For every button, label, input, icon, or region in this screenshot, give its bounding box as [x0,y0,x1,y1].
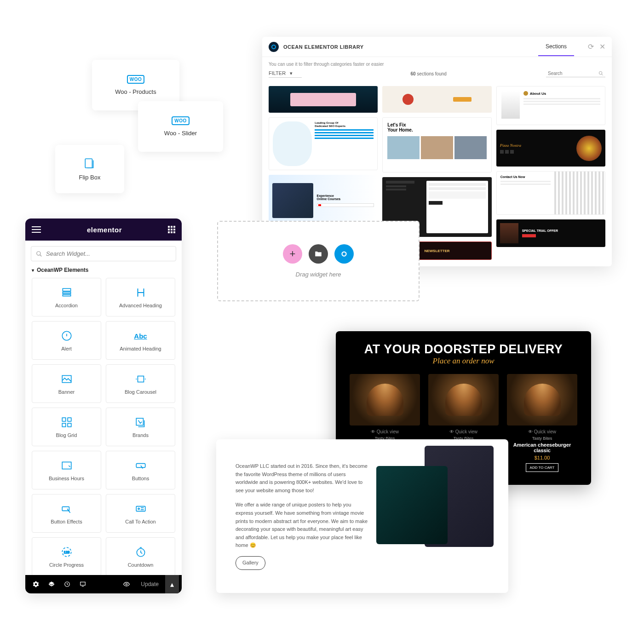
woo-icon: WOO [127,75,145,84]
grid-icon[interactable] [168,226,175,233]
buttons-icon [134,459,147,472]
template-thumb[interactable]: Leading Group OfDedicated SEO Experts [269,117,378,170]
library-toolbar: FILTER ▾ 60 sections found [262,69,612,82]
about-paragraph: OceanWP LLC started out in 2016. Since t… [236,462,368,494]
drop-zone[interactable]: + Drag widget here [217,221,420,301]
widget-buttons[interactable]: Buttons [106,451,175,489]
widget-card-woo-slider[interactable]: WOO Woo - Slider [138,101,223,152]
library-search-input[interactable] [548,71,598,76]
tab-sections[interactable]: Sections [538,38,574,56]
search-icon [598,71,604,76]
cta-icon [134,502,147,515]
library-search [546,70,605,77]
widget-label: Woo - Slider [164,130,197,137]
responsive-icon[interactable] [75,575,91,593]
template-thumb[interactable]: Contact Us Now [496,171,605,215]
panel-footer: Update ▴ [25,575,182,593]
widget-cta[interactable]: Call To Action [106,494,175,533]
widget-button-effects[interactable]: Button Effects [32,494,101,533]
widget-blog-carousel[interactable]: Blog Carousel [106,364,175,403]
widget-alert[interactable]: Alert [32,321,101,360]
history-icon[interactable] [59,575,75,593]
product-item[interactable]: 👁 Quick view Tasty Bites American cheese… [507,374,577,472]
add-to-cart-button[interactable]: ADD TO CART [526,463,559,472]
quick-view[interactable]: 👁 Quick view [350,429,420,434]
ocean-library-button[interactable] [334,244,354,264]
widget-circle-progress[interactable]: 123Circle Progress [32,537,101,575]
widget-animated-heading[interactable]: AbcAnimated Heading [106,321,175,360]
elementor-panel: elementor OceanWP Elements Accordion Adv… [25,218,182,593]
settings-icon[interactable] [28,575,44,593]
template-thumb[interactable]: Let's FixYour Home. [382,117,491,172]
svg-point-24 [342,252,346,256]
about-paragraph: We offer a wide range of unique posters … [236,501,368,550]
woo-icon: WOO [172,116,190,125]
svg-rect-0 [85,159,92,168]
preview-about: OceanWP LLC started out in 2016. Since t… [216,439,508,593]
template-thumb[interactable]: SPECIAL TRIAL OFFER [496,219,605,247]
svg-rect-4 [63,294,70,296]
heading-icon [134,286,147,299]
info-icon [60,329,73,342]
preview-icon[interactable] [119,575,134,593]
template-thumb[interactable]: ExperienceOnline Courses [269,175,378,226]
quick-view[interactable]: 👁 Quick view [507,429,577,434]
chevron-up-icon[interactable]: ▴ [165,575,179,593]
menu-icon[interactable] [32,226,41,233]
product-image [428,374,499,426]
quick-view[interactable]: 👁 Quick view [428,429,499,434]
widgets-grid: Accordion Advanced Heading Alert AbcAnim… [25,278,182,575]
grid-icon [60,416,73,429]
product-image [507,374,577,426]
svg-rect-16 [136,506,145,512]
gallery-button[interactable]: Gallery [236,556,265,570]
widget-banner[interactable]: Banner [32,364,101,403]
panel-title: elementor [41,226,168,234]
widget-brands[interactable]: Brands [106,408,175,446]
template-thumb[interactable]: Pizza Nostra [496,130,605,167]
template-folder-button[interactable] [309,244,328,264]
about-images [387,462,489,570]
section-header[interactable]: OceanWP Elements [25,267,182,273]
svg-text:123: 123 [63,550,69,554]
product-price: $11.00 [507,455,577,460]
svg-rect-9 [68,418,71,421]
svg-rect-3 [63,292,70,293]
search-input[interactable] [46,250,171,257]
results-count: 60 sections found [311,71,546,76]
widget-accordion[interactable]: Accordion [32,278,101,316]
progress-icon: 123 [60,546,73,558]
widget-card-flip-box[interactable]: Flip Box [55,145,124,193]
update-button[interactable]: Update [134,581,165,587]
template-thumb[interactable] [382,86,491,113]
widget-blog-grid[interactable]: Blog Grid [32,408,101,446]
svg-rect-21 [80,582,86,585]
panel-header: elementor [25,218,182,241]
filter-select[interactable]: FILTER ▾ [269,69,302,78]
drop-label: Drag widget here [296,271,341,278]
template-thumb[interactable] [269,86,378,113]
hours-icon [60,459,73,472]
flip-box-icon [84,157,96,169]
add-section-button[interactable]: + [283,244,302,264]
widget-business-hours[interactable]: Business Hours [32,451,101,489]
svg-rect-7 [138,376,144,382]
svg-rect-13 [62,462,71,469]
filter-hint: You can use it to filter through categor… [262,57,612,69]
countdown-icon [134,546,147,558]
widget-label: Flip Box [79,174,101,181]
effects-icon [60,502,73,515]
abc-icon: Abc [134,329,147,342]
library-header: OCEAN ELEMENTOR LIBRARY Sections ⟳ ✕ [262,37,612,57]
template-thumb[interactable]: About Us [496,86,605,125]
widget-countdown[interactable]: Countdown [106,537,175,575]
carousel-icon [134,373,147,385]
svg-point-1 [37,251,40,255]
sync-icon[interactable]: ⟳ [588,42,594,51]
about-image [376,466,448,544]
burger-title: AT YOUR DOORSTEP DELIVERY [350,342,577,356]
close-icon[interactable]: ✕ [599,42,605,51]
layers-icon[interactable] [44,575,59,593]
widget-advanced-heading[interactable]: Advanced Heading [106,278,175,316]
svg-rect-8 [62,418,66,421]
